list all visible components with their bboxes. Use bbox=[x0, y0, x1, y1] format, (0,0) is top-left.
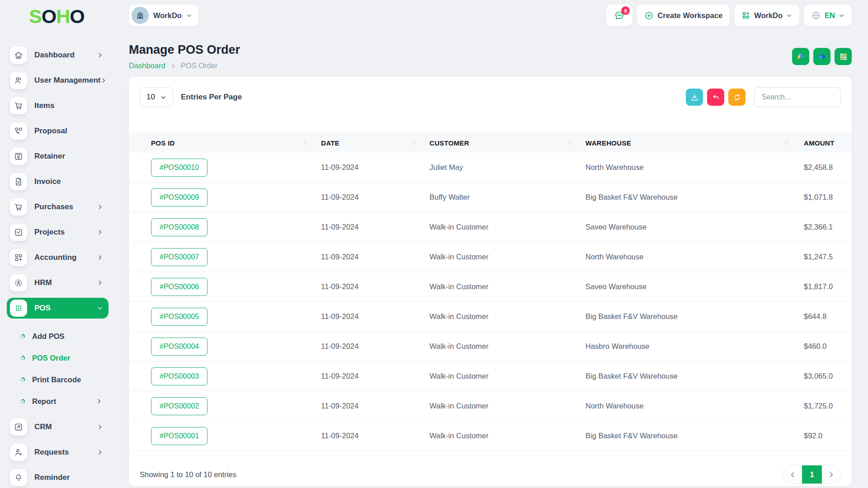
sort-icon: ↑↓ bbox=[411, 140, 415, 146]
column-header-date[interactable]: DATE↑↓ bbox=[316, 139, 425, 147]
chevron-right-icon bbox=[96, 398, 102, 404]
sidebar-item-hrm[interactable]: HRM bbox=[7, 272, 108, 293]
soho-logo[interactable]: SOHO bbox=[29, 5, 85, 27]
date-cell: 11-09-2024 bbox=[316, 223, 425, 231]
submenu-item-report[interactable]: Report bbox=[7, 390, 108, 412]
showing-entries-text: Showing 1 to 10 of 10 entries bbox=[140, 470, 236, 479]
column-header-warehouse[interactable]: WAREHOUSE↑↓ bbox=[581, 139, 798, 147]
chevron-right-icon bbox=[97, 204, 103, 210]
search-input[interactable] bbox=[754, 87, 841, 107]
date-cell: 11-09-2024 bbox=[316, 282, 425, 291]
bullet-icon bbox=[20, 377, 25, 382]
grid-view-button[interactable] bbox=[835, 48, 852, 65]
create-workspace-button[interactable]: Create Workspace bbox=[637, 5, 730, 26]
warehouse-cell: North Warehouse bbox=[581, 253, 798, 261]
messenger-button[interactable]: 0 bbox=[606, 5, 632, 26]
table-header-row: POS ID↑↓ DATE↑↓ CUSTOMER↑↓ WAREHOUSE↑↓ A… bbox=[129, 133, 852, 153]
chevron-down-icon bbox=[786, 13, 792, 19]
pos-id-link[interactable]: #POS00003 bbox=[151, 367, 208, 385]
chevron-down-icon bbox=[186, 13, 192, 19]
table-toolbar: 10 Entries Per Page bbox=[140, 87, 841, 107]
export-button[interactable] bbox=[686, 89, 703, 106]
amount-cell: $92.0 bbox=[798, 432, 852, 440]
sidebar-item-crm[interactable]: CRM bbox=[7, 417, 108, 437]
breadcrumb: Dashboard POS Order bbox=[129, 61, 217, 70]
refresh-button[interactable] bbox=[728, 89, 745, 106]
bullet-icon bbox=[20, 399, 25, 404]
date-cell: 11-09-2024 bbox=[316, 402, 425, 410]
user-plus-icon bbox=[10, 444, 27, 461]
pos-order-table: POS ID↑↓ DATE↑↓ CUSTOMER↑↓ WAREHOUSE↑↓ A… bbox=[129, 133, 852, 451]
sidebar-item-dashboard[interactable]: Dashboard bbox=[7, 45, 108, 66]
pos-id-link[interactable]: #POS00004 bbox=[151, 338, 208, 356]
customer-cell: Walk-in Customer bbox=[425, 402, 581, 410]
customer-cell: Walk-in Customer bbox=[425, 342, 581, 351]
sidebar-item-items[interactable]: Items bbox=[7, 95, 108, 116]
amount-cell: $1,725.0 bbox=[798, 402, 852, 410]
frame-arrow-icon bbox=[10, 418, 27, 436]
google-drive-button[interactable] bbox=[792, 48, 809, 65]
message-count-badge: 0 bbox=[621, 6, 630, 15]
pos-id-link[interactable]: #POS00009 bbox=[151, 188, 208, 206]
pos-id-link[interactable]: #POS00005 bbox=[151, 308, 208, 326]
breadcrumb-dashboard-link[interactable]: Dashboard bbox=[129, 61, 165, 70]
pos-id-link[interactable]: #POS00007 bbox=[151, 248, 208, 266]
pos-id-link[interactable]: #POS00006 bbox=[151, 278, 208, 296]
table-footer: Showing 1 to 10 of 10 entries 1 bbox=[140, 465, 841, 484]
sidebar-item-user-management[interactable]: User Management bbox=[7, 70, 108, 91]
plus-circle-icon bbox=[644, 11, 654, 20]
onedrive-cloud-icon bbox=[817, 52, 827, 61]
sidebar-item-reminder[interactable]: Reminder bbox=[7, 467, 108, 488]
column-header-pos-id[interactable]: POS ID↑↓ bbox=[129, 139, 316, 147]
reset-button[interactable] bbox=[707, 89, 724, 106]
table-row: #POS00006 11-09-2024 Walk-in Customer Sa… bbox=[129, 272, 852, 302]
toolbar-actions bbox=[686, 87, 841, 107]
header-actions: 0 Create Workspace WorkDo EN bbox=[606, 5, 852, 26]
current-page-button[interactable]: 1 bbox=[802, 465, 822, 483]
table-row: #POS00002 11-09-2024 Walk-in Customer No… bbox=[129, 391, 852, 421]
sidebar-item-requests[interactable]: Requests bbox=[7, 442, 108, 463]
column-header-customer[interactable]: CUSTOMER↑↓ bbox=[425, 139, 581, 147]
pos-id-link[interactable]: #POS00001 bbox=[151, 427, 208, 445]
sidebar-item-invoice[interactable]: Invoice bbox=[7, 171, 108, 192]
sidebar-item-purchases[interactable]: Purchases bbox=[7, 197, 108, 217]
entries-per-page-select[interactable]: 10 bbox=[140, 87, 173, 107]
breadcrumb-separator-icon bbox=[170, 63, 176, 69]
workspace-switcher[interactable]: WorkDo bbox=[129, 5, 198, 26]
table-row: #POS00003 11-09-2024 Walk-in Customer Bi… bbox=[129, 361, 852, 391]
warehouse-cell: Hasbro Warehouse bbox=[581, 342, 798, 351]
sidebar-item-retainer[interactable]: Retainer bbox=[7, 146, 108, 167]
next-page-button[interactable] bbox=[822, 465, 840, 483]
apps-menu-button[interactable]: WorkDo bbox=[734, 5, 799, 26]
customer-cell: Walk-in Customer bbox=[425, 312, 581, 321]
onedrive-button[interactable] bbox=[813, 48, 830, 65]
column-header-amount[interactable]: AMOUNT bbox=[798, 139, 853, 147]
submenu-item-print-barcode[interactable]: Print Barcode bbox=[7, 369, 108, 390]
workflow-icon bbox=[10, 122, 27, 140]
sidebar: SOHO Dashboard User Management Items Pro… bbox=[0, 0, 116, 488]
table-row: #POS00001 11-09-2024 Walk-in Customer Bi… bbox=[129, 421, 852, 451]
warehouse-cell: Saveo Warehouse bbox=[581, 282, 798, 291]
workspace-name: WorkDo bbox=[153, 11, 182, 20]
pos-id-link[interactable]: #POS00010 bbox=[151, 159, 208, 177]
prev-page-button[interactable] bbox=[783, 465, 802, 483]
amount-cell: $644.8 bbox=[798, 312, 852, 321]
warehouse-cell: Saveo Warehouse bbox=[581, 223, 798, 231]
submenu-item-add-pos[interactable]: Add POS bbox=[7, 325, 108, 347]
apps-menu-label: WorkDo bbox=[754, 11, 783, 20]
language-selector[interactable]: EN bbox=[804, 5, 852, 26]
date-cell: 11-09-2024 bbox=[316, 432, 425, 440]
google-drive-icon bbox=[796, 52, 805, 61]
submenu-item-pos-order[interactable]: POS Order bbox=[7, 347, 108, 369]
sidebar-item-pos[interactable]: POS bbox=[7, 298, 108, 319]
sidebar-item-projects[interactable]: Projects bbox=[7, 222, 108, 243]
pos-id-link[interactable]: #POS00008 bbox=[151, 218, 208, 236]
sort-icon: ↑↓ bbox=[784, 140, 788, 146]
sidebar-item-proposal[interactable]: Proposal bbox=[7, 121, 108, 141]
customer-cell: Juliet May bbox=[425, 163, 581, 172]
pos-id-link[interactable]: #POS00002 bbox=[151, 397, 208, 415]
sidebar-menu: Dashboard User Management Items Proposal… bbox=[7, 45, 108, 488]
bullet-icon bbox=[20, 356, 25, 360]
sidebar-item-accounting[interactable]: Accounting bbox=[7, 247, 108, 268]
page-size-value: 10 bbox=[146, 93, 155, 102]
